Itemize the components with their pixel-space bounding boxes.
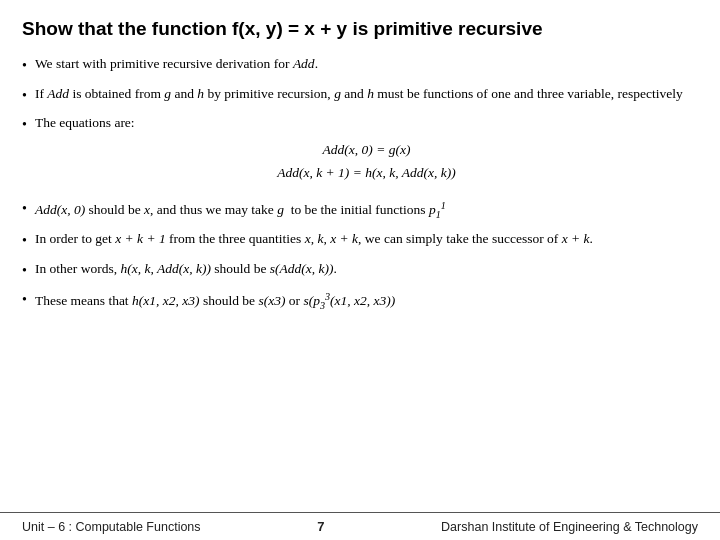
- list-item: • Add(x, 0) should be x, and thus we may…: [22, 197, 698, 222]
- bullet-text: If Add is obtained from g and h by primi…: [35, 84, 698, 105]
- bullet-text: These means that h(x1, x2, x3) should be…: [35, 288, 698, 313]
- bullet-text: Add(x, 0) should be x, and thus we may t…: [35, 197, 698, 222]
- equation-1: Add(x, 0) = g(x): [35, 140, 698, 161]
- bullet-dot: •: [22, 198, 27, 220]
- bullet-text: The equations are: Add(x, 0) = g(x) Add(…: [35, 113, 698, 190]
- content-area: • We start with primitive recursive deri…: [22, 54, 698, 313]
- bullet-dot: •: [22, 85, 27, 107]
- list-item: • These means that h(x1, x2, x3) should …: [22, 288, 698, 313]
- page-title: Show that the function f(x, y) = x + y i…: [22, 18, 698, 40]
- bullet-list: • We start with primitive recursive deri…: [22, 54, 698, 313]
- footer-center: 7: [317, 519, 324, 534]
- bullet-dot: •: [22, 289, 27, 311]
- footer-right: Darshan Institute of Engineering & Techn…: [441, 520, 698, 534]
- list-item: • In order to get x + k + 1 from the thr…: [22, 229, 698, 252]
- bullet-dot: •: [22, 55, 27, 77]
- bullet-text: We start with primitive recursive deriva…: [35, 54, 698, 75]
- equations-block: Add(x, 0) = g(x) Add(x, k + 1) = h(x, k,…: [35, 140, 698, 184]
- main-content: Show that the function f(x, y) = x + y i…: [0, 0, 720, 330]
- bullet-text: In other words, h(x, k, Add(x, k)) shoul…: [35, 259, 698, 280]
- bullet-text: In order to get x + k + 1 from the three…: [35, 229, 698, 250]
- bullet-dot: •: [22, 230, 27, 252]
- list-item: • We start with primitive recursive deri…: [22, 54, 698, 77]
- list-item: • In other words, h(x, k, Add(x, k)) sho…: [22, 259, 698, 282]
- footer-left: Unit – 6 : Computable Functions: [22, 520, 201, 534]
- list-item: • If Add is obtained from g and h by pri…: [22, 84, 698, 107]
- list-item: • The equations are: Add(x, 0) = g(x) Ad…: [22, 113, 698, 190]
- bullet-dot: •: [22, 114, 27, 136]
- equation-2: Add(x, k + 1) = h(x, k, Add(x, k)): [35, 163, 698, 184]
- footer: Unit – 6 : Computable Functions 7 Darsha…: [0, 512, 720, 540]
- bullet-dot: •: [22, 260, 27, 282]
